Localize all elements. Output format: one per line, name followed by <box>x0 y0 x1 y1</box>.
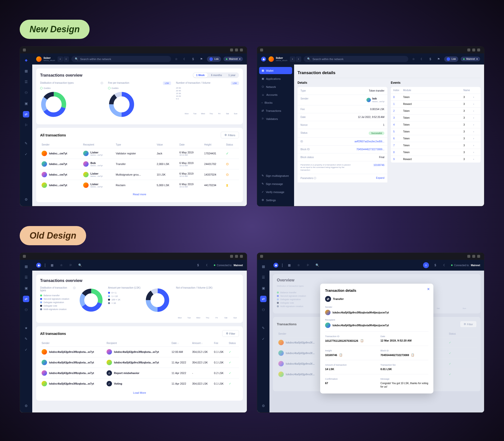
back-button[interactable]: ‹ <box>58 56 63 62</box>
avatar[interactable] <box>268 56 274 62</box>
flag-icon[interactable]: ⚑ <box>199 56 205 62</box>
flag-icon[interactable]: ⚐ <box>68 262 74 268</box>
table-row[interactable]: lskdxc4ta5j43jp9ro3f8zqbxta...w7yt ✓Voti… <box>40 378 239 389</box>
back-button[interactable]: ‹ <box>290 56 295 62</box>
nav-users-icon[interactable]: ⚇ <box>23 307 29 313</box>
nav-tx-icon[interactable]: ⇄ <box>23 296 29 302</box>
nav-tx-icon[interactable]: ⇄ <box>23 111 29 117</box>
bookmark-icon[interactable]: ☆ <box>411 56 417 62</box>
time-1yr[interactable]: 1 year <box>225 73 238 78</box>
nav-check-icon[interactable]: ✓ <box>23 151 29 157</box>
nav-home-icon[interactable]: ▦ <box>23 263 29 270</box>
event-row[interactable]: 0Token3› <box>391 94 481 101</box>
sidebar-tx[interactable]: ⇄ Transactions <box>259 107 292 114</box>
sidebar-accounts[interactable]: ☺ Accounts <box>259 91 292 98</box>
nav-home-icon[interactable]: ▦ <box>23 68 29 74</box>
currency-icon[interactable]: $ <box>432 262 438 268</box>
close-icon[interactable]: ✕ <box>427 287 430 291</box>
event-row[interactable]: 5Token3› <box>391 128 481 135</box>
flag-icon[interactable]: ⚐ <box>305 262 311 268</box>
forward-button[interactable]: › <box>296 56 301 62</box>
network-pill[interactable]: Mainnet ▾ <box>223 57 243 61</box>
sidebar-network[interactable]: ⚇ Network <box>259 83 292 90</box>
flag-icon[interactable]: ⚑ <box>436 56 442 62</box>
nav-home-icon[interactable]: ▦ <box>260 263 267 270</box>
table-row[interactable]: lskdxc...cw7yt Boblskdxc...cw7yt Transfe… <box>40 159 239 169</box>
nav-flag-icon[interactable]: ⚐ <box>23 122 29 128</box>
filter-button[interactable]: ⚙ Filter <box>222 330 239 337</box>
event-row[interactable]: 3Token3› <box>391 114 481 121</box>
avatar[interactable] <box>36 56 42 62</box>
nav-edit-icon[interactable]: ✎ <box>260 325 267 331</box>
read-more-link[interactable]: Read more <box>40 190 239 198</box>
filters-button[interactable]: ⚙ Filters <box>221 132 239 138</box>
event-row[interactable]: 7Token3› <box>391 142 481 149</box>
token-pill[interactable]: Lisk <box>444 56 458 62</box>
table-row[interactable]: lskdxc...cw7yt Liskerlskdxc...cw7yt Vali… <box>40 148 239 159</box>
sidebar-blocks[interactable]: ▫ Blocks <box>259 99 292 106</box>
nav-users-icon[interactable]: ⚇ <box>260 307 267 313</box>
event-row[interactable]: 4Token3› <box>391 121 481 128</box>
sidebar-verify[interactable]: ✓ Verify message <box>259 188 292 196</box>
sidebar-validators[interactable]: ⚐ Validators <box>259 115 292 122</box>
search-icon[interactable]: 🔍 <box>77 262 83 268</box>
nav-list-icon[interactable]: ☰ <box>260 274 267 280</box>
sidebar-sign-multi[interactable]: ✎ Sign multisignature <box>259 172 292 179</box>
sidebar-settings[interactable]: ⚙ Settings <box>259 196 292 204</box>
nav-blocks-icon[interactable]: ▣ <box>23 100 29 107</box>
bookmark-icon[interactable]: ☆ <box>58 262 64 268</box>
event-row[interactable]: 6Token3› <box>391 135 481 142</box>
nav-gear-icon[interactable]: ⚙ <box>260 403 267 409</box>
nav-edit-icon[interactable]: ✎ <box>23 140 29 147</box>
currency-icon[interactable]: $ <box>190 56 196 62</box>
token-pill[interactable]: Lisk <box>207 56 221 62</box>
table-row[interactable]: lskdxc...cw7yt Liskerlskdxc...cw7yt Recl… <box>40 180 239 191</box>
nav-gear-icon[interactable]: ⚙ <box>23 196 29 203</box>
logo-icon[interactable]: ◆ <box>273 263 278 268</box>
bookmark-icon[interactable]: ☆ <box>173 56 179 62</box>
table-row[interactable]: lskdxc4ta5j43jp9ro3f8zqbxta...w7yt lskdx… <box>40 347 239 357</box>
time-6mo[interactable]: 6 months <box>208 73 225 78</box>
nav-people-icon[interactable]: ☰ <box>23 79 29 85</box>
moon-icon[interactable]: ☾ <box>442 262 448 268</box>
sidebar-apps[interactable]: ▣ Applications <box>259 75 292 82</box>
sidebar-sign-msg[interactable]: ✎ Sign message <box>259 180 292 187</box>
load-more-link[interactable]: Load More <box>40 389 239 397</box>
nav-blocks-icon[interactable]: ▣ <box>260 285 267 291</box>
event-row[interactable]: 1Reward3› <box>391 101 481 108</box>
nav-gear-icon[interactable]: ⚙ <box>23 403 29 409</box>
nav-list-icon[interactable]: ☰ <box>23 274 29 280</box>
search-input[interactable]: 🔍 Search within the network <box>71 56 171 62</box>
grid-icon[interactable]: ▦ <box>49 262 55 268</box>
moon-icon[interactable]: ☾ <box>182 56 188 62</box>
nav-check-icon[interactable]: ✓ <box>260 336 267 342</box>
logo-icon[interactable]: ◆ <box>261 57 266 62</box>
nav-star-icon[interactable]: ★ <box>23 325 29 331</box>
sidebar-wallet[interactable]: ▦ Wallet <box>259 67 292 74</box>
time-1week[interactable]: 1 Week <box>193 73 207 78</box>
nav-tx-icon[interactable]: ⇄ <box>260 296 267 302</box>
event-row[interactable]: 8Token3› <box>391 149 481 156</box>
network-pill[interactable]: Mainnet ▾ <box>461 57 480 61</box>
forward-button[interactable]: › <box>63 56 69 62</box>
currency-icon[interactable]: $ <box>427 56 433 62</box>
table-row[interactable]: lskdxc...cw7yt Liskerlskdxc...cw7yt Mult… <box>40 169 239 180</box>
bookmark-icon[interactable]: ☆ <box>296 262 301 268</box>
search-input[interactable]: 🔍 Search within the network <box>304 56 408 62</box>
table-row[interactable]: lskdxc4ta5j43jp9ro3f8zqbxta...w7yt ⚠Repo… <box>40 368 239 378</box>
moon-icon[interactable]: ☾ <box>419 56 425 62</box>
logo-icon[interactable]: ◆ <box>23 57 29 63</box>
nav-users-icon[interactable]: ⚇ <box>23 89 29 96</box>
event-row[interactable]: 2Token3› <box>391 108 481 114</box>
logo-icon[interactable]: ◆ <box>36 263 41 268</box>
search-icon[interactable]: 🔍 <box>314 262 320 268</box>
nav-blocks-icon[interactable]: ▣ <box>23 285 29 291</box>
event-row[interactable]: 9Reward3› <box>391 156 481 163</box>
moon-icon[interactable]: ☾ <box>205 262 210 268</box>
currency-icon[interactable]: $ <box>195 262 201 268</box>
table-row[interactable]: lskdxc4ta5j43jp9ro3f8zqbxta...w7yt lskdx… <box>40 357 239 368</box>
grid-icon[interactable]: ▦ <box>286 262 292 268</box>
nav-check-icon[interactable]: ✓ <box>23 346 29 353</box>
user-icon[interactable]: ☺ <box>423 262 429 268</box>
nav-edit-icon[interactable]: ✎ <box>23 336 29 342</box>
